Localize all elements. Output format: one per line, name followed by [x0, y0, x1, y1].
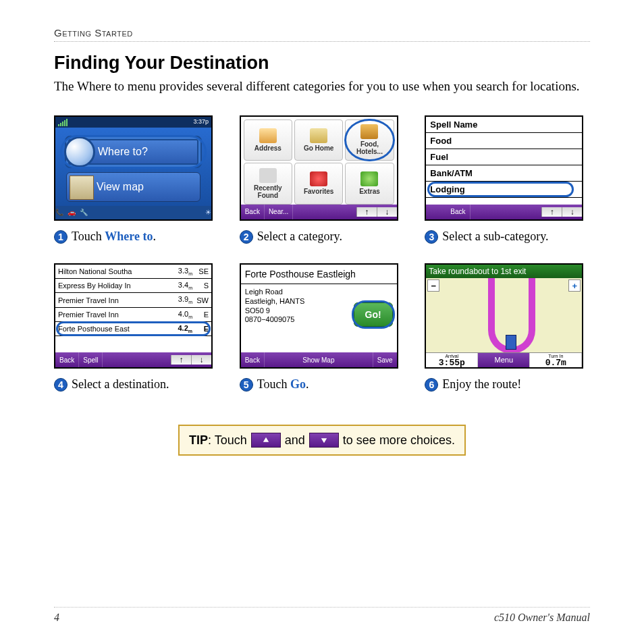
- scroll-down-button[interactable]: ↓: [562, 207, 582, 217]
- list-item[interactable]: Spell Name: [426, 117, 582, 133]
- car-icon[interactable]: 🚗: [68, 209, 76, 216]
- nav-bar: Back ↑ ↓: [426, 205, 582, 219]
- step-1: 3:37p Where to? View map 📞 🚗 🔧 ☀ 1 Touch…: [54, 115, 219, 244]
- step-number-5: 5: [240, 378, 253, 392]
- caption-6-text: Enjoy the route!: [442, 377, 521, 392]
- table-row[interactable]: Premier Travel Inn3.9mSW: [55, 293, 211, 307]
- table-row[interactable]: Hilton National Southa3.3mSE: [55, 265, 211, 279]
- category-extras[interactable]: Extras: [345, 163, 394, 205]
- food-icon: [360, 124, 378, 139]
- scroll-up-button[interactable]: ↑: [171, 355, 191, 365]
- tip-text-mid: and: [285, 433, 305, 448]
- table-row-selected[interactable]: Forte Posthouse East4.2mE: [55, 322, 211, 336]
- caption-3-text: Select a sub-category.: [442, 229, 548, 244]
- category-go-home[interactable]: Go Home: [294, 119, 343, 161]
- caption-5: 5 Touch Go.: [240, 377, 405, 392]
- back-button[interactable]: Back: [446, 205, 470, 219]
- scroll-up-icon: [251, 433, 281, 448]
- step-3: Spell Name Food Fuel Bank/ATM Lodging Ba…: [425, 115, 590, 244]
- heart-icon: [310, 171, 327, 186]
- intro-paragraph: The Where to menu provides several diffe…: [54, 78, 590, 95]
- nav-bar: Back Near... ↑ ↓: [241, 205, 397, 219]
- back-button[interactable]: Back: [241, 352, 265, 367]
- screenshot-detail: Forte Posthouse Eastleigh Leigh Road Eas…: [240, 263, 398, 369]
- envelope-icon: [259, 128, 277, 143]
- arrival-info[interactable]: Arrival3:55p: [426, 353, 478, 367]
- spell-button[interactable]: Spell: [79, 352, 103, 367]
- zoom-in-button[interactable]: +: [568, 279, 581, 292]
- category-recently-found[interactable]: Recently Found: [244, 163, 292, 205]
- step-2: Address Go Home Food, Hotels... Recently…: [240, 115, 405, 244]
- list-item[interactable]: Food: [426, 133, 582, 149]
- destination-title: Forte Posthouse Eastleigh: [241, 265, 397, 284]
- wrench-icon[interactable]: 🔧: [80, 209, 88, 216]
- step-4: Hilton National Southa3.3mSE Express By …: [54, 263, 219, 392]
- steps-grid: 3:37p Where to? View map 📞 🚗 🔧 ☀ 1 Touch…: [54, 115, 590, 393]
- vehicle-icon: [506, 335, 516, 350]
- nav-bar: Back Spell ↑ ↓: [55, 352, 211, 367]
- folder-icon: [259, 168, 277, 183]
- go-button[interactable]: Go!: [354, 302, 393, 327]
- page-footer: 4 c510 Owner's Manual: [54, 607, 590, 624]
- signal-icon: [58, 118, 68, 126]
- save-button[interactable]: Save: [373, 352, 397, 367]
- tip-text-post: to see more choices.: [343, 433, 455, 448]
- screenshot-route: Take roundabout to 1st exit − + Arrival3…: [425, 263, 583, 369]
- view-map-label: View map: [97, 181, 144, 193]
- list-item[interactable]: Fuel: [426, 149, 582, 165]
- caption-3: 3 Select a sub-category.: [425, 229, 590, 244]
- screenshot-main-menu: 3:37p Where to? View map 📞 🚗 🔧 ☀: [54, 115, 213, 221]
- where-to-button[interactable]: Where to?: [66, 137, 200, 167]
- page-number: 4: [54, 612, 59, 624]
- step-number-4: 4: [54, 378, 68, 392]
- map-view[interactable]: [426, 278, 582, 352]
- nav-bar: Back Show Map Save: [241, 352, 397, 367]
- caption-1: 1 Touch Where to.: [54, 229, 219, 244]
- scroll-down-icon: [309, 433, 339, 448]
- back-button[interactable]: Back: [55, 352, 79, 367]
- scroll-down-button[interactable]: ↓: [377, 207, 397, 217]
- flag-icon: [360, 171, 378, 186]
- step-number-1: 1: [54, 230, 68, 244]
- step-number-6: 6: [425, 378, 438, 392]
- turn-info[interactable]: Turn In0.7m: [530, 353, 582, 367]
- info-bar: Arrival3:55p Menu Turn In0.7m: [426, 352, 582, 367]
- brightness-icon[interactable]: ☀: [205, 209, 211, 216]
- page-title: Finding Your Destination: [54, 53, 590, 74]
- category-favorites[interactable]: Favorites: [294, 163, 343, 205]
- step-6: Take roundabout to 1st exit − + Arrival3…: [425, 263, 590, 392]
- scroll-down-button[interactable]: ↓: [191, 355, 211, 365]
- tip-text: TIP: Touch: [189, 433, 247, 448]
- view-map-button[interactable]: View map: [66, 172, 200, 202]
- screenshot-categories: Address Go Home Food, Hotels... Recently…: [240, 115, 398, 221]
- category-address[interactable]: Address: [244, 119, 292, 161]
- caption-1-text: Touch Where to.: [72, 229, 156, 244]
- screenshot-subcategories: Spell Name Food Fuel Bank/ATM Lodging Ba…: [425, 115, 583, 221]
- caption-5-text: Touch Go.: [257, 377, 309, 392]
- house-icon: [310, 128, 327, 143]
- section-header: Getting Started: [54, 27, 590, 42]
- direction-banner: Take roundabout to 1st exit: [426, 265, 582, 278]
- scroll-up-button[interactable]: ↑: [541, 207, 562, 217]
- caption-2-text: Select a category.: [257, 229, 342, 244]
- near-button[interactable]: Near...: [265, 205, 293, 219]
- footer-icons: 📞 🚗 🔧 ☀: [55, 206, 211, 219]
- manual-title: c510 Owner's Manual: [494, 612, 590, 624]
- zoom-out-button[interactable]: −: [427, 279, 439, 292]
- menu-button[interactable]: Menu: [478, 353, 530, 367]
- step-number-3: 3: [425, 230, 438, 244]
- screenshot-destinations: Hilton National Southa3.3mSE Express By …: [54, 263, 213, 369]
- clock: 3:37p: [193, 118, 209, 126]
- phone-icon[interactable]: 📞: [55, 209, 63, 216]
- tip-box: TIP: Touch and to see more choices.: [178, 425, 466, 456]
- table-row[interactable]: Express By Holiday In3.4mS: [55, 279, 211, 293]
- status-bar: 3:37p: [55, 117, 211, 128]
- list-item[interactable]: Bank/ATM: [426, 165, 582, 182]
- back-button[interactable]: Back: [241, 205, 265, 219]
- scroll-up-button[interactable]: ↑: [356, 207, 377, 217]
- caption-2: 2 Select a category.: [240, 229, 405, 244]
- show-map-button[interactable]: Show Map: [265, 352, 373, 367]
- list-item-selected[interactable]: Lodging: [426, 182, 582, 198]
- category-food-hotels[interactable]: Food, Hotels...: [345, 119, 394, 161]
- table-row[interactable]: Premier Travel Inn4.0mE: [55, 308, 211, 322]
